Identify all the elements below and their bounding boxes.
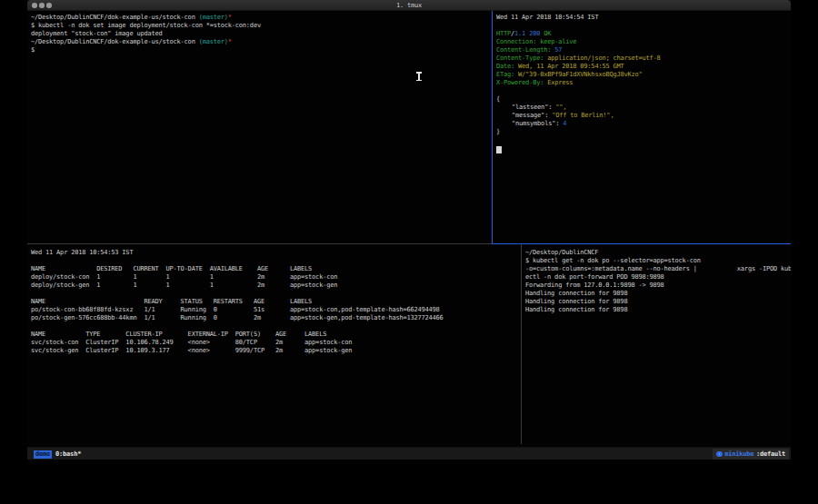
http-header-date: Date:Wed, 11 Apr 2018 09:54:55 GMT <box>496 63 791 71</box>
json-key: "lastseen": <box>512 104 552 111</box>
header-name: X-Powered-By: <box>496 79 544 86</box>
http-version-status: 1.1 200 <box>514 30 540 37</box>
kube-context: minikube <box>724 450 753 458</box>
titlebar[interactable]: 1. tmux <box>27 0 791 11</box>
pane-border-vertical-active[interactable] <box>492 11 493 244</box>
port-forward-output: ~/Desktop/DublinCNCF $ kubectl get -n do… <box>525 249 791 314</box>
http-header-content-type: Content-Type:application/json; charset=u… <box>496 54 791 63</box>
pane-top-right-http-response[interactable]: Wed 11 Apr 2018 10:54:54 IST HTTP/1.1 20… <box>493 11 791 243</box>
header-value: W/"39-0xBPf9aF1dXVNkhsxoBQgJ8vKzo" <box>518 71 643 78</box>
window-tab[interactable]: 0:bash* <box>55 450 81 458</box>
prompt-path: ~/Desktop/DublinCNCF/dok-example-us/stoc… <box>31 38 199 45</box>
http-header-connection: Connection:keep-alive <box>496 38 791 46</box>
tmux-status-bar: demo 0:bash* minikube:default <box>27 447 791 460</box>
header-name: Content-Type: <box>496 54 544 62</box>
git-branch: (master) <box>199 38 228 45</box>
json-line-lastseen: "lastseen":"", <box>496 104 791 112</box>
header-name: Content-Length: <box>496 46 551 54</box>
header-value: application/json; charset=utf-8 <box>547 54 660 62</box>
window-title: 1. tmux <box>27 1 791 10</box>
pane-bottom-right-port-forward[interactable]: ~/Desktop/DublinCNCF $ kubectl get -n do… <box>522 244 791 447</box>
status-left: demo 0:bash* <box>34 448 81 460</box>
pane-bottom-left-kubectl-get[interactable]: Wed 11 Apr 2018 10:54:53 IST NAME DESIRE… <box>27 244 521 447</box>
http-proto: HTTP <box>496 30 511 37</box>
table-pods: NAME READY STATUS RESTARTS AGE LABELS po… <box>31 298 521 322</box>
json-key: "numsymbols": <box>512 120 559 127</box>
header-name: ETag: <box>496 71 514 78</box>
json-close-brace: } <box>496 128 791 136</box>
json-open-brace: { <box>496 95 791 104</box>
http-header-x-powered-by: X-Powered-By:Express <box>496 79 791 87</box>
header-value: Express <box>547 79 573 86</box>
header-value: Wed, 11 Apr 2018 09:54:55 GMT <box>518 63 623 70</box>
output-image-updated: deployment "stock-con" image updated <box>31 30 492 38</box>
prompt-dollar: $ <box>31 46 492 54</box>
table-services: NAME TYPE CLUSTER-IP EXTERNAL-IP PORT(S)… <box>31 331 521 355</box>
git-dirty-marker: * <box>228 38 232 45</box>
tmux-content: ~/Desktop/DublinCNCF/dok-example-us/stoc… <box>27 11 791 463</box>
prompt-line: ~/Desktop/DublinCNCF/dok-example-us/stoc… <box>31 38 492 46</box>
kube-namespace: :default <box>756 450 785 458</box>
prompt-path: ~/Desktop/DublinCNCF/dok-example-us/stoc… <box>31 14 199 21</box>
header-name: Date: <box>496 63 514 70</box>
json-value: 4 <box>563 120 566 127</box>
header-name: Connection: <box>496 38 536 45</box>
http-header-etag: ETag:W/"39-0xBPf9aF1dXVNkhsxoBQgJ8vKzo" <box>496 71 791 79</box>
terminal-window: 1. tmux ~/Desktop/DublinCNCF/dok-example… <box>27 0 791 463</box>
timestamp: Wed 11 Apr 2018 10:54:53 IST <box>31 249 521 257</box>
terminal-cursor <box>496 146 502 153</box>
header-value: keep-alive <box>540 38 576 45</box>
json-key: "message": <box>512 112 548 119</box>
mouse-ibeam-cursor <box>416 72 422 81</box>
header-value: 57 <box>554 46 562 54</box>
git-branch: (master) <box>199 14 228 21</box>
git-dirty-marker: * <box>228 14 232 21</box>
prompt-line: ~/Desktop/DublinCNCF/dok-example-us/stoc… <box>31 14 492 22</box>
table-deployments: NAME DESIRED CURRENT UP-TO-DATE AVAILABL… <box>31 265 521 290</box>
json-line-message: "message":"Off to Berlin!", <box>496 112 791 120</box>
http-header-content-length: Content-Length:57 <box>496 46 791 54</box>
kubernetes-helm-icon <box>716 451 723 458</box>
status-right: minikube:default <box>713 449 789 460</box>
http-status-line: HTTP/1.1 200OK <box>496 30 791 38</box>
command-line-set-image: $ kubectl -n dok set image deployment/st… <box>31 22 492 30</box>
timestamp: Wed 11 Apr 2018 10:54:54 IST <box>496 14 791 22</box>
json-value: "", <box>555 104 566 111</box>
pane-top-left-shell[interactable]: ~/Desktop/DublinCNCF/dok-example-us/stoc… <box>27 11 492 243</box>
json-line-numsymbols: "numsymbols":4 <box>496 120 791 128</box>
desktop-background: 1. tmux ~/Desktop/DublinCNCF/dok-example… <box>0 0 818 504</box>
http-reason: OK <box>544 30 551 37</box>
session-name-chip[interactable]: demo <box>34 450 52 459</box>
json-value: "Off to Berlin!", <box>552 112 614 119</box>
